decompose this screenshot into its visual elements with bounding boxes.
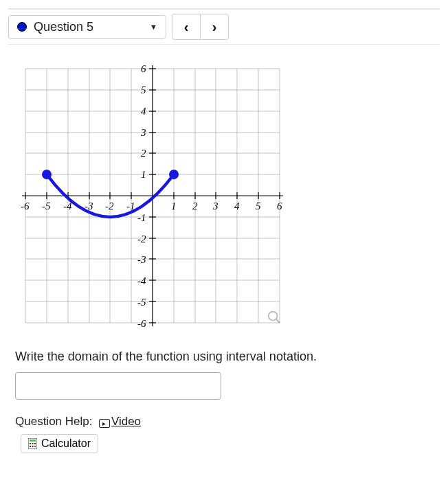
- next-question-button[interactable]: ›: [200, 14, 229, 40]
- svg-line-73: [276, 319, 280, 323]
- svg-text:3: 3: [140, 127, 146, 138]
- svg-rect-79: [30, 446, 31, 447]
- svg-text:3: 3: [212, 201, 219, 212]
- x-tick-labels: -6-5-4-3-2-1 123456: [21, 201, 282, 212]
- svg-text:2: 2: [192, 201, 198, 212]
- svg-rect-75: [30, 440, 36, 442]
- video-link[interactable]: ▸Video: [99, 415, 141, 428]
- svg-text:-1: -1: [137, 212, 146, 223]
- svg-text:5: 5: [256, 201, 261, 212]
- svg-text:4: 4: [141, 106, 146, 117]
- svg-text:-5: -5: [42, 201, 51, 212]
- caret-down-icon: ▼: [150, 23, 157, 31]
- prev-question-button[interactable]: ‹: [172, 14, 201, 40]
- svg-rect-81: [34, 446, 36, 447]
- question-nav-bar: Question 5 ▼ ‹ ›: [8, 8, 440, 45]
- question-label: Question 5: [34, 20, 150, 34]
- svg-rect-77: [32, 443, 34, 444]
- svg-text:4: 4: [234, 201, 240, 212]
- svg-text:1: 1: [171, 201, 177, 212]
- svg-rect-76: [30, 443, 31, 444]
- play-icon: ▸: [99, 419, 110, 428]
- status-dot-icon: [17, 22, 27, 32]
- svg-text:-3: -3: [137, 254, 146, 265]
- calculator-icon: [28, 438, 37, 449]
- svg-point-72: [269, 312, 278, 321]
- svg-text:-2: -2: [105, 201, 114, 212]
- question-dropdown[interactable]: Question 5 ▼: [8, 15, 166, 39]
- svg-rect-80: [32, 446, 34, 447]
- nav-button-group: ‹ ›: [172, 14, 229, 40]
- question-help-row: Question Help: ▸Video: [15, 415, 440, 429]
- graph-svg: -6-5-4-3-2-1 123456 654321 -1-2-3-4-5-6: [15, 58, 290, 333]
- svg-text:2: 2: [141, 148, 146, 159]
- endpoint-left: [42, 170, 52, 179]
- svg-text:1: 1: [141, 169, 146, 180]
- video-link-text: Video: [111, 415, 141, 428]
- svg-rect-78: [34, 443, 36, 444]
- question-prompt: Write the domain of the function using i…: [15, 350, 440, 364]
- magnify-icon[interactable]: [267, 310, 282, 328]
- svg-text:6: 6: [277, 201, 282, 212]
- svg-text:-4: -4: [137, 275, 146, 286]
- endpoint-right: [169, 170, 179, 179]
- help-label: Question Help:: [15, 415, 92, 428]
- chevron-right-icon: ›: [212, 19, 217, 35]
- chevron-left-icon: ‹: [184, 19, 189, 35]
- svg-text:6: 6: [141, 63, 146, 74]
- svg-text:-6: -6: [21, 201, 30, 212]
- answer-input[interactable]: [15, 372, 221, 400]
- svg-text:-2: -2: [137, 233, 146, 244]
- svg-text:5: 5: [141, 84, 146, 95]
- function-graph: -6-5-4-3-2-1 123456 654321 -1-2-3-4-5-6: [15, 58, 290, 333]
- calculator-button[interactable]: Calculator: [21, 434, 98, 453]
- calculator-label: Calculator: [41, 437, 91, 450]
- svg-text:-6: -6: [137, 318, 146, 329]
- svg-text:-5: -5: [137, 297, 146, 308]
